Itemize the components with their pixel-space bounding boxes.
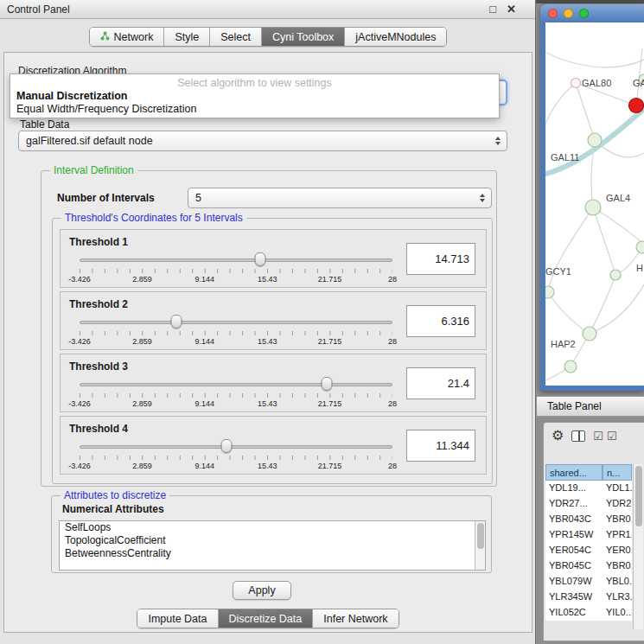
tick-label: 2.859 <box>132 337 152 346</box>
tab-discretize-data[interactable]: Discretize Data <box>219 609 314 628</box>
apply-button[interactable]: Apply <box>233 581 291 600</box>
network-edge[interactable] <box>593 207 615 275</box>
table-cell: YBL079W <box>545 574 603 590</box>
tab-cyni-toolbox[interactable]: Cyni Toolbox <box>262 28 345 46</box>
algorithm-option[interactable]: Manual Discretization <box>10 90 499 103</box>
slider-track[interactable] <box>80 445 392 449</box>
tick-label: -3.426 <box>68 399 91 408</box>
threshold-label: Threshold 1 <box>69 236 128 248</box>
columns-icon[interactable] <box>571 430 585 442</box>
tab-infer-network[interactable]: Infer Network <box>313 609 398 628</box>
table-data-combo[interactable]: galFiltered.sif default node <box>18 131 507 151</box>
tab-select[interactable]: Select <box>210 28 262 46</box>
network-node[interactable] <box>636 241 644 253</box>
table-toolbar: ⚙ ☑ ☑ <box>544 423 644 449</box>
tab-impute-data[interactable]: Impute Data <box>137 609 218 628</box>
threshold-value-box[interactable]: 14.713 <box>406 243 475 275</box>
table-row[interactable]: YBR045CYBR0... <box>545 558 632 574</box>
slider-thumb[interactable] <box>221 439 233 453</box>
network-edge[interactable] <box>576 83 595 140</box>
zoom-traffic-light[interactable] <box>579 9 589 18</box>
table-scrollbar[interactable] <box>633 464 643 629</box>
slider-thumb[interactable] <box>171 315 182 328</box>
network-edge[interactable] <box>548 292 590 334</box>
tick-label: 28 <box>388 399 397 408</box>
table-data-label: Table Data <box>20 118 69 131</box>
table-panel-header[interactable]: Table Panel <box>537 396 644 417</box>
window-title: Control Panel <box>7 3 70 16</box>
table-row[interactable]: YBR043CYBR0... <box>545 512 632 527</box>
scrollbar-thumb[interactable] <box>635 466 642 526</box>
slider-thumb[interactable] <box>321 377 332 391</box>
threshold-slider[interactable]: -3.4262.8599.14415.4321.71528 <box>80 375 392 408</box>
attributes-scrollbar[interactable] <box>475 521 485 570</box>
network-node[interactable] <box>629 99 644 113</box>
network-edge[interactable] <box>593 207 644 245</box>
slider-scale: -3.4262.8599.14415.4321.71528 <box>80 399 392 408</box>
network-node[interactable] <box>545 286 554 298</box>
bottom-tab-bar-wrap: Impute DataDiscretize DataInfer Network <box>0 609 536 628</box>
attributes-group: Attributes to discretize Numerical Attri… <box>51 495 492 573</box>
network-edge[interactable] <box>545 83 576 152</box>
attribute-list-item[interactable]: TopologicalCoefficient <box>60 534 485 547</box>
table-row[interactable]: YPR145WYPR1... <box>545 527 632 543</box>
attribute-list-item[interactable]: BetweennessCentrality <box>60 547 485 560</box>
column-header[interactable]: shared... <box>545 464 603 481</box>
threshold-value-box[interactable]: 21.4 <box>406 367 475 399</box>
tab-network[interactable]: Network <box>90 28 165 46</box>
network-edge[interactable] <box>590 275 615 334</box>
network-edge[interactable] <box>590 282 644 334</box>
close-icon[interactable]: ✕ <box>507 3 516 16</box>
select-all-icon[interactable]: ☑ <box>593 430 603 442</box>
slider-track[interactable] <box>80 383 392 386</box>
slider-scale: -3.4262.8599.14415.4321.71528 <box>80 462 392 470</box>
tab-jactivemnodules[interactable]: jActiveMNodules <box>345 28 446 46</box>
network-icon <box>100 31 110 43</box>
minimize-traffic-light[interactable] <box>564 9 573 18</box>
slider-track[interactable] <box>80 258 392 262</box>
threshold-value-box[interactable]: 11.344 <box>406 430 475 462</box>
column-header[interactable]: n... <box>603 464 632 481</box>
network-node[interactable] <box>588 133 602 147</box>
tick-label: 21.715 <box>318 399 342 408</box>
tab-style[interactable]: Style <box>164 28 210 46</box>
table-row[interactable]: YLR345WYLR3... <box>545 590 632 605</box>
network-node[interactable] <box>571 79 581 88</box>
gear-icon[interactable]: ⚙ <box>552 429 564 443</box>
slider-track[interactable] <box>80 321 392 324</box>
table-row[interactable]: YER054CYER0... <box>545 543 632 558</box>
table-row[interactable]: YBL079WYBL0... <box>545 574 632 590</box>
table-row[interactable]: YIL052CYIL0... <box>545 605 632 621</box>
table-row[interactable]: YDL19...YDL1... <box>545 481 632 496</box>
numerical-attributes-list[interactable]: SelfLoopsTopologicalCoefficientBetweenne… <box>59 520 486 571</box>
network-edge[interactable] <box>548 207 593 292</box>
float-window-icon[interactable]: □ <box>489 3 496 16</box>
tick-label: 21.715 <box>318 462 342 470</box>
number-of-intervals-value: 5 <box>195 192 201 204</box>
scrollbar-thumb[interactable] <box>477 523 484 549</box>
network-node[interactable] <box>564 360 577 373</box>
tick-label: -3.426 <box>68 462 91 470</box>
number-of-intervals-combo[interactable]: 5 <box>188 188 492 208</box>
network-edge[interactable] <box>545 48 644 67</box>
network-node[interactable] <box>610 270 621 280</box>
slider-ticks-icon <box>80 456 392 460</box>
network-node[interactable] <box>583 327 596 341</box>
table-row[interactable]: YDR27...YDR2... <box>545 496 632 512</box>
top-tab-bar-wrap: NetworkStyleSelectCyni ToolboxjActiveMNo… <box>0 27 536 47</box>
select-rows-icon[interactable]: ☑ <box>607 430 617 442</box>
threshold-value-box[interactable]: 6.316 <box>406 305 475 337</box>
algorithm-option[interactable]: Equal Width/Frequency Discretization <box>10 103 499 116</box>
tick-label: 15.43 <box>258 275 277 284</box>
slider-thumb[interactable] <box>254 252 265 266</box>
network-canvas[interactable]: GAL80GAGAL11GAL4GCY1HHAP2 <box>545 22 644 386</box>
attribute-list-item[interactable]: SelfLoops <box>60 521 485 534</box>
threshold-slider[interactable]: -3.4262.8599.14415.4321.71528 <box>80 251 392 284</box>
network-node[interactable] <box>585 200 601 215</box>
table-cell: YBL0... <box>603 574 632 590</box>
threshold-slider[interactable]: -3.4262.8599.14415.4321.71528 <box>80 313 392 346</box>
threshold-slider[interactable]: -3.4262.8599.14415.4321.71528 <box>80 437 392 470</box>
top-tab-bar: NetworkStyleSelectCyni ToolboxjActiveMNo… <box>89 27 448 47</box>
close-traffic-light[interactable] <box>548 9 558 18</box>
network-node-label: GCY1 <box>545 266 571 277</box>
